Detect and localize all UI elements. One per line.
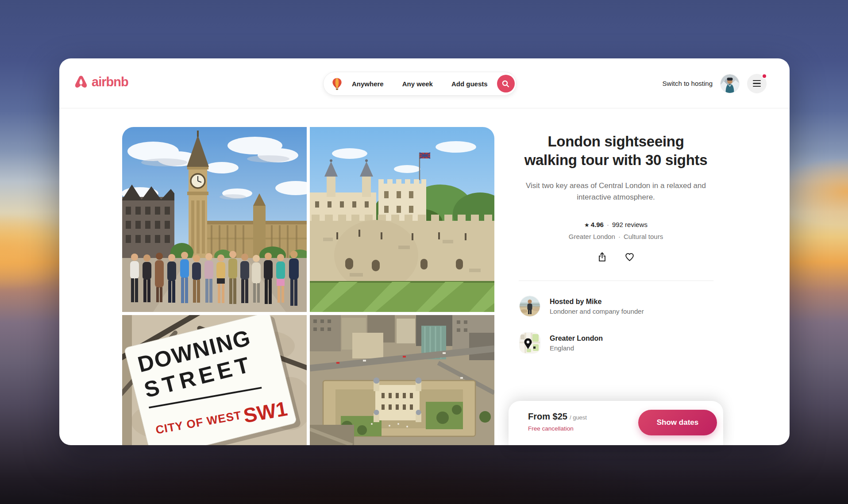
- title-line-1: London sightseeing: [509, 132, 723, 151]
- price-text: From $25: [528, 412, 567, 421]
- belo-logo-icon: [73, 74, 89, 89]
- search-anywhere[interactable]: Anywhere: [343, 80, 393, 88]
- airbnb-wordmark: airbnb: [92, 75, 128, 89]
- search-button[interactable]: [497, 75, 515, 92]
- host-subtitle: Londoner and company founder: [550, 308, 644, 315]
- host-row[interactable]: Hosted by Mike Londoner and company foun…: [520, 296, 644, 316]
- reviews-count[interactable]: 992 reviews: [612, 221, 648, 228]
- rating-line: ★4.96·992 reviews: [509, 221, 723, 228]
- host-avatar[interactable]: [520, 296, 540, 316]
- booking-card: From $25/ guest Free cancellation Show d…: [509, 401, 723, 445]
- free-cancellation-link[interactable]: Free cancellation: [528, 425, 587, 432]
- meta-line: Greater London·Cultural tours: [509, 233, 723, 240]
- price-block: From $25/ guest Free cancellation: [528, 412, 587, 432]
- rating-value: 4.96: [591, 221, 604, 228]
- location-title: Greater London: [550, 335, 603, 342]
- save-button[interactable]: [624, 251, 636, 262]
- meta-category[interactable]: Cultural tours: [624, 233, 663, 240]
- meta-separator: ·: [618, 233, 621, 240]
- section-divider: [519, 281, 713, 281]
- photo-tower-of-london[interactable]: [310, 127, 494, 312]
- switch-to-hosting-link[interactable]: Switch to hosting: [663, 80, 713, 87]
- balloon-icon: [331, 77, 343, 90]
- listing-description: Visit two key areas of Central London in…: [525, 180, 706, 203]
- show-dates-button[interactable]: Show dates: [638, 410, 717, 435]
- photo-gallery: DOWNING STREET CITY OF WEST SW1: [122, 127, 494, 445]
- search-bar[interactable]: Anywhere Any week Add guests: [323, 72, 517, 96]
- price-unit: / guest: [570, 414, 587, 421]
- airbnb-window: airbnb Anywhere Any week Add guests: [59, 58, 790, 445]
- search-icon: [502, 80, 509, 88]
- airbnb-logo[interactable]: airbnb: [73, 74, 128, 89]
- share-button[interactable]: [597, 251, 608, 262]
- heart-icon: [624, 251, 635, 262]
- listing-actions: [509, 251, 723, 262]
- title-line-2: walking tour with 30 sights: [509, 151, 723, 169]
- map-icon: [520, 333, 540, 353]
- photo-tour-group-big-ben[interactable]: [122, 127, 307, 312]
- search-any-week[interactable]: Any week: [393, 80, 442, 88]
- star-icon: ★: [584, 222, 590, 228]
- notification-dot: [762, 73, 767, 79]
- hamburger-icon: [753, 80, 761, 87]
- rating-separator: ·: [607, 221, 609, 228]
- listing-details: London sightseeing walking tour with 30 …: [509, 108, 723, 445]
- meta-area[interactable]: Greater London: [569, 233, 615, 240]
- photo-downing-street-sign[interactable]: DOWNING STREET CITY OF WEST SW1: [122, 315, 307, 445]
- host-title: Hosted by Mike: [550, 298, 644, 306]
- user-avatar[interactable]: [721, 74, 739, 93]
- listing-title: London sightseeing walking tour with 30 …: [509, 132, 723, 169]
- menu-button[interactable]: [747, 74, 767, 93]
- location-row[interactable]: Greater London England: [520, 333, 603, 353]
- desktop-background: { "header": { "brand": "airbnb", "search…: [0, 0, 848, 504]
- share-icon: [597, 251, 608, 262]
- site-header: airbnb Anywhere Any week Add guests: [59, 58, 790, 108]
- header-controls: Switch to hosting: [663, 58, 767, 108]
- photo-aerial-tower-of-london[interactable]: [310, 315, 494, 445]
- location-subtitle: England: [550, 344, 603, 352]
- search-add-guests[interactable]: Add guests: [442, 80, 497, 88]
